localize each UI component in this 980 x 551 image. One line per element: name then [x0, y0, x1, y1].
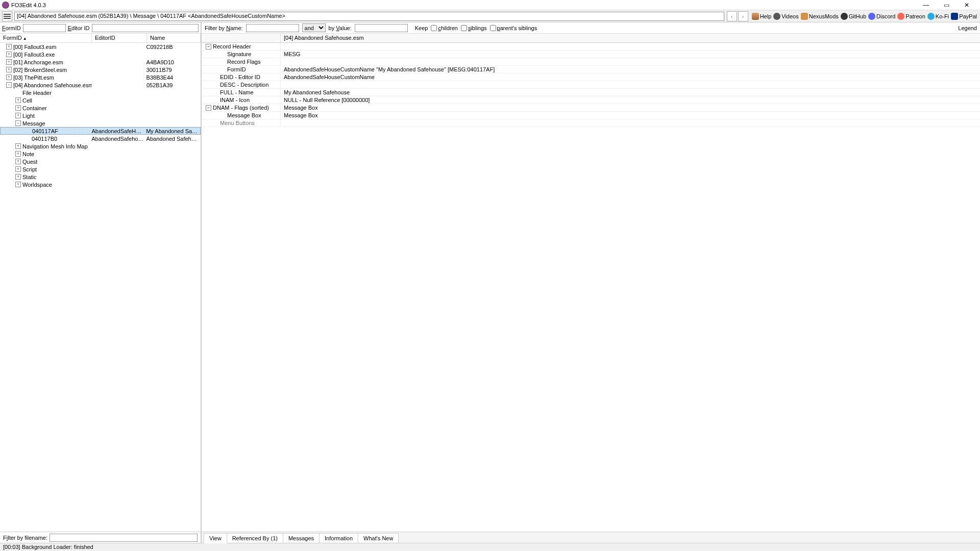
- detail-value[interactable]: MESG: [281, 51, 980, 58]
- discord-icon: [868, 13, 875, 20]
- detail-row[interactable]: FormIDAbandonedSafeHouseCustomName "My A…: [202, 66, 980, 73]
- expander-icon[interactable]: +: [15, 166, 21, 172]
- filter-filename-input[interactable]: [50, 534, 198, 542]
- detail-value[interactable]: [281, 43, 980, 50]
- formid-input[interactable]: [23, 24, 66, 32]
- detail-label-text: Signature: [227, 51, 251, 57]
- detail-body[interactable]: −Record HeaderSignatureMESGRecord FlagsF…: [202, 43, 980, 532]
- discord-link[interactable]: Discord: [868, 13, 895, 20]
- detail-value[interactable]: [281, 81, 980, 88]
- detail-label-text: DESC - Description: [220, 82, 268, 88]
- github-link[interactable]: GitHub: [841, 13, 866, 20]
- nexusmods-link[interactable]: NexusMods: [801, 13, 839, 20]
- detail-value[interactable]: Message Box: [281, 104, 980, 111]
- tab-messages[interactable]: Messages: [283, 533, 320, 543]
- tree-row[interactable]: 040117B0AbandonedSafehous...Abandoned Sa…: [0, 135, 201, 142]
- expander-icon[interactable]: +: [15, 105, 21, 111]
- nav-back-button[interactable]: ‹: [727, 11, 737, 21]
- tab-information[interactable]: Information: [319, 533, 358, 543]
- detail-row[interactable]: EDID - Editor IDAbandonedSafeHouseCustom…: [202, 73, 980, 81]
- tree-row-selected[interactable]: 040117AFAbandonedSafeHous...My Abandoned…: [0, 127, 201, 135]
- expander-icon[interactable]: +: [6, 74, 12, 80]
- titlebar: FO3Edit 4.0.3 — ▭ ✕: [0, 0, 980, 10]
- expander-icon[interactable]: +: [15, 113, 21, 118]
- tab-referenced-by[interactable]: Referenced By (1): [227, 533, 283, 543]
- detail-row[interactable]: FULL - NameMy Abandoned Safehouse: [202, 89, 980, 96]
- filter-value-input[interactable]: [355, 24, 408, 32]
- detail-value[interactable]: Message Box: [281, 112, 980, 119]
- expander-icon[interactable]: +: [15, 174, 21, 180]
- videos-link[interactable]: Videos: [773, 13, 798, 20]
- detail-row[interactable]: Message BoxMessage Box: [202, 112, 980, 119]
- expander-icon[interactable]: +: [6, 67, 12, 72]
- nav-forward-button[interactable]: ›: [738, 11, 748, 21]
- plugin-tree[interactable]: +[00] Fallout3.esmC092218B +[00] Fallout…: [0, 43, 201, 532]
- detail-row[interactable]: Record Flags: [202, 58, 980, 66]
- detail-value[interactable]: [281, 58, 980, 65]
- expander-icon[interactable]: +: [6, 52, 12, 57]
- detail-file-header[interactable]: [04] Abandoned Safehouse.esm: [281, 34, 980, 42]
- detail-label-text: Menu Buttons: [220, 120, 255, 126]
- detail-row[interactable]: −DNAM - Flags (sorted)Message Box: [202, 104, 980, 112]
- left-search-bar: FormID Editor ID: [0, 22, 201, 34]
- expander-icon[interactable]: −: [15, 120, 21, 126]
- expander-icon[interactable]: +: [6, 44, 12, 49]
- tab-whats-new[interactable]: What's New: [358, 533, 399, 543]
- nexus-icon: [801, 13, 808, 20]
- keep-label: Keep: [415, 25, 428, 31]
- column-editorid[interactable]: EditorID: [92, 34, 147, 42]
- tree-row: −[04] Abandoned Safehouse.esm052B1A39: [0, 81, 201, 89]
- detail-row[interactable]: −Record Header: [202, 43, 980, 51]
- video-icon: [773, 13, 780, 20]
- maximize-button[interactable]: ▭: [939, 1, 953, 9]
- expander-icon[interactable]: −: [6, 82, 12, 88]
- detail-value[interactable]: NULL - Null Reference [00000000]: [281, 96, 980, 104]
- detail-value[interactable]: [281, 119, 980, 127]
- close-button[interactable]: ✕: [960, 1, 974, 9]
- detail-value[interactable]: My Abandoned Safehouse: [281, 89, 980, 96]
- menu-button[interactable]: [2, 11, 12, 21]
- detail-row[interactable]: SignatureMESG: [202, 51, 980, 58]
- keep-children-checkbox[interactable]: children: [431, 25, 458, 31]
- keep-parents-checkbox[interactable]: parent's siblings: [490, 25, 537, 31]
- detail-label-text: FULL - Name: [220, 89, 254, 95]
- detail-value[interactable]: AbandonedSafeHouseCustomName: [281, 73, 980, 81]
- patreon-link[interactable]: Patreon: [897, 13, 925, 20]
- expander-icon[interactable]: +: [6, 59, 12, 65]
- expander-icon[interactable]: −: [206, 44, 211, 49]
- breadcrumb[interactable]: [04] Abandoned Safehouse.esm (052B1A39) …: [14, 12, 724, 21]
- detail-value[interactable]: AbandonedSafeHouseCustomName "My Abandon…: [281, 66, 980, 73]
- expander-icon[interactable]: +: [15, 143, 21, 149]
- expander-icon[interactable]: +: [15, 159, 21, 164]
- expander-icon[interactable]: +: [15, 182, 21, 187]
- minimize-button[interactable]: —: [919, 1, 933, 9]
- expander-icon[interactable]: −: [206, 105, 211, 111]
- tree-row: +Container: [0, 104, 201, 112]
- column-name[interactable]: Name: [147, 34, 201, 42]
- tree-row: +[02] BrokenSteel.esm30011B79: [0, 66, 201, 73]
- filter-name-input[interactable]: [246, 24, 299, 32]
- filter-logic-select[interactable]: and: [302, 23, 326, 32]
- expander-icon[interactable]: +: [15, 97, 21, 103]
- tree-row: +Static: [0, 173, 201, 181]
- kofi-link[interactable]: Ko-Fi: [927, 13, 949, 20]
- tree-row: +Navigation Mesh Info Map: [0, 142, 201, 150]
- legend-link[interactable]: Legend: [958, 25, 977, 31]
- keep-siblings-checkbox[interactable]: siblings: [461, 25, 487, 31]
- detail-row[interactable]: DESC - Description: [202, 81, 980, 89]
- column-formid[interactable]: FormID▲: [0, 34, 92, 42]
- expander-icon[interactable]: +: [15, 151, 21, 157]
- filter-filename-bar: Filter by filename:: [0, 532, 201, 543]
- detail-row[interactable]: Menu Buttons: [202, 119, 980, 127]
- right-panel: Filter by Name: and by Value: Keep child…: [202, 22, 980, 543]
- main-area: FormID Editor ID FormID▲ EditorID Name +…: [0, 22, 980, 543]
- help-link[interactable]: Help: [752, 13, 772, 20]
- paypal-link[interactable]: PayPal: [951, 13, 977, 20]
- detail-label-text: DNAM - Flags (sorted): [213, 105, 269, 111]
- detail-row[interactable]: INAM - IconNULL - Null Reference [000000…: [202, 96, 980, 104]
- filter-value-label: by Value:: [329, 25, 352, 31]
- tab-view[interactable]: View: [204, 533, 227, 543]
- editorid-input[interactable]: [92, 24, 199, 32]
- paypal-icon: [951, 13, 958, 20]
- github-icon: [841, 13, 848, 20]
